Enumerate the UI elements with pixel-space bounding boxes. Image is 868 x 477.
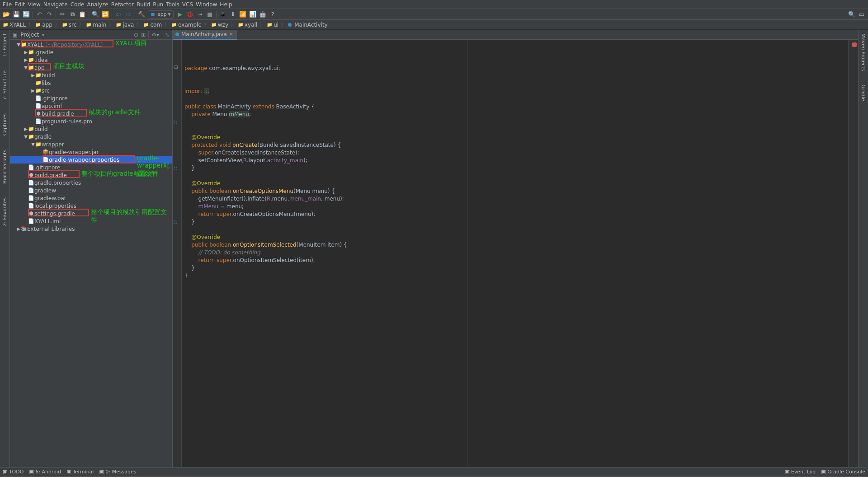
tool-favorites[interactable]: 2: Favorites <box>2 197 8 226</box>
breadcrumb[interactable]: 📁 ui 〉 <box>267 21 287 28</box>
avd-icon[interactable]: 📱 <box>219 11 226 18</box>
tree-item[interactable]: ▶📚 External Libraries <box>10 225 172 233</box>
make-icon[interactable]: 🔨 <box>138 11 145 18</box>
tree-item[interactable]: 📄 app.iml <box>10 102 172 110</box>
menu-view[interactable]: View <box>28 1 40 8</box>
tab-mainactivity[interactable]: MainActivity.java × <box>173 30 237 40</box>
override-gutter-icon[interactable]: ○ <box>174 118 178 126</box>
hide-icon[interactable]: ⤡ <box>165 32 170 38</box>
breadcrumb[interactable]: 📁 com 〉 <box>143 21 170 28</box>
find-icon[interactable]: 🔍 <box>92 11 99 18</box>
tool-android[interactable]: ▣ 6: Android <box>29 469 61 475</box>
sdk-icon[interactable]: ⬇ <box>229 11 236 18</box>
menu-refactor[interactable]: Refactor <box>111 1 134 8</box>
tree-item[interactable]: ▶📁 .idea <box>10 56 172 64</box>
tree-item[interactable]: ⬢ settings.gradle <box>10 210 172 217</box>
split-icon[interactable]: ▭ <box>858 11 865 18</box>
attach-icon[interactable]: ⇢ <box>196 11 203 18</box>
run-config-selector[interactable]: app ▾ <box>148 10 174 19</box>
breadcrumb[interactable]: 📁 app 〉 <box>35 21 61 28</box>
tree-item[interactable]: ⬢ build.gradle <box>10 110 172 117</box>
back-icon[interactable]: ⇦ <box>115 11 122 18</box>
help-icon[interactable]: ? <box>269 11 276 18</box>
tree-item[interactable]: ▶📁 build <box>10 71 172 79</box>
android-icon[interactable]: 🤖 <box>259 11 266 18</box>
tree-item[interactable]: ▼📁 wrapper <box>10 140 172 148</box>
code-editor[interactable]: package com.example.wzy.xyall.ui; import… <box>182 40 848 467</box>
forward-icon[interactable]: ⇨ <box>125 11 132 18</box>
tree-item[interactable]: ⬢ build.gradle <box>10 171 172 179</box>
copy-icon[interactable]: ⧉ <box>69 11 76 18</box>
error-stripe[interactable] <box>848 40 858 467</box>
tool-gradle[interactable]: Gradle <box>860 84 866 101</box>
tree-item[interactable]: 📄 gradlew <box>10 187 172 194</box>
tree-item[interactable]: 📄 XYALL.iml <box>10 217 172 225</box>
editor-gutter[interactable]: ⊞ <box>173 40 182 467</box>
tool-structure[interactable]: 7: Structure <box>2 70 8 100</box>
expand-icon[interactable]: ⊞ <box>141 32 146 38</box>
tool-buildvariants[interactable]: Build Variants <box>2 150 8 184</box>
collapse-icon[interactable]: ⊖ <box>134 32 138 38</box>
menu-window[interactable]: Window <box>196 1 217 8</box>
view-dropdown-icon[interactable]: ▾ <box>42 32 44 38</box>
open-icon[interactable]: 📂 <box>3 11 10 18</box>
tool-eventlog[interactable]: ▣ Event Log <box>785 469 816 475</box>
stop-icon[interactable]: ■ <box>206 11 213 18</box>
tree-item[interactable]: 📄 gradle-wrapper.properties <box>10 156 172 164</box>
breadcrumb[interactable]: 📁 wzy 〉 <box>211 21 237 28</box>
menu-code[interactable]: Code <box>71 1 85 8</box>
tool-gradleconsole[interactable]: ▣ Gradle Console <box>821 469 865 475</box>
monitor-icon[interactable]: 📶 <box>239 11 246 18</box>
redo-icon[interactable]: ↷ <box>46 11 53 18</box>
menu-edit[interactable]: Edit <box>14 1 25 8</box>
menu-analyze[interactable]: Analyze <box>87 1 108 8</box>
tree-item[interactable]: 📄 gradle.properties <box>10 179 172 187</box>
refresh-icon[interactable]: 🔄 <box>23 11 30 18</box>
breadcrumb[interactable]: 📁 example 〉 <box>171 21 210 28</box>
debug-icon[interactable]: 🐞 <box>186 11 193 18</box>
fold-icon[interactable]: ⊞ <box>174 65 178 70</box>
project-view-icon[interactable]: ▣ <box>13 32 18 38</box>
tool-mavenprojects[interactable]: Maven Projects <box>860 33 866 71</box>
tree-item[interactable]: ▼📁 XYALL (~/Repository/XYALL) <box>10 41 172 48</box>
tool-project[interactable]: 1: Project <box>2 33 8 57</box>
tree-item[interactable]: 📄 .gitignore <box>10 94 172 102</box>
tool-captures[interactable]: Captures <box>2 113 8 136</box>
menu-file[interactable]: File <box>3 1 12 8</box>
settings-icon[interactable]: ⚙▾ <box>151 32 159 38</box>
tree-item[interactable]: ▼📁 app <box>10 64 172 71</box>
tree-item[interactable]: 📦 gradle-wrapper.jar <box>10 148 172 156</box>
override-gutter-icon[interactable]: ○ <box>174 164 178 172</box>
tree-item[interactable]: 📄 .gitignore <box>10 164 172 171</box>
tree-item[interactable]: 📄 local.properties <box>10 202 172 210</box>
tree-item[interactable]: ▶📁 src <box>10 87 172 94</box>
tool-todo[interactable]: ▣ TODO <box>3 469 24 475</box>
breadcrumb[interactable]: 📁 src 〉 <box>62 21 85 28</box>
override-gutter-icon[interactable]: ○ <box>174 218 178 226</box>
tree-item[interactable]: 📄 gradlew.bat <box>10 194 172 202</box>
run-icon[interactable]: ▶ <box>176 11 184 18</box>
tree-item[interactable]: ▶📁 .gradle <box>10 48 172 56</box>
menu-help[interactable]: Help <box>220 1 232 8</box>
replace-icon[interactable]: 🔁 <box>102 11 109 18</box>
menu-build[interactable]: Build <box>137 1 150 8</box>
cut-icon[interactable]: ✂ <box>59 11 66 18</box>
tree-item[interactable]: 📁 libs <box>10 79 172 87</box>
tool-messages[interactable]: ▣ 0: Messages <box>99 469 136 475</box>
close-icon[interactable]: × <box>229 31 233 37</box>
breadcrumb[interactable]: 📁 xyall 〉 <box>238 21 266 28</box>
search-everywhere-icon[interactable]: 🔍 <box>848 11 855 18</box>
menu-tools[interactable]: Tools <box>166 1 179 8</box>
tree-item[interactable]: ▼📁 gradle <box>10 133 172 140</box>
breadcrumb[interactable]: 📁 XYALL 〉 <box>3 21 34 28</box>
save-icon[interactable]: 💾 <box>13 11 20 18</box>
undo-icon[interactable]: ↶ <box>36 11 43 18</box>
tool-terminal[interactable]: ▣ Terminal <box>66 469 94 475</box>
menu-navigate[interactable]: Navigate <box>43 1 68 8</box>
layout-icon[interactable]: 📊 <box>249 11 256 18</box>
tree-item[interactable]: 📄 proguard-rules.pro <box>10 117 172 125</box>
breadcrumb[interactable]: 📁 java 〉 <box>116 21 142 28</box>
project-tree[interactable]: ▼📁 XYALL (~/Repository/XYALL)XYALL项目▶📁 .… <box>10 40 172 467</box>
tree-item[interactable]: ▶📁 build <box>10 125 172 133</box>
breadcrumb[interactable]: MainActivity <box>288 22 328 28</box>
